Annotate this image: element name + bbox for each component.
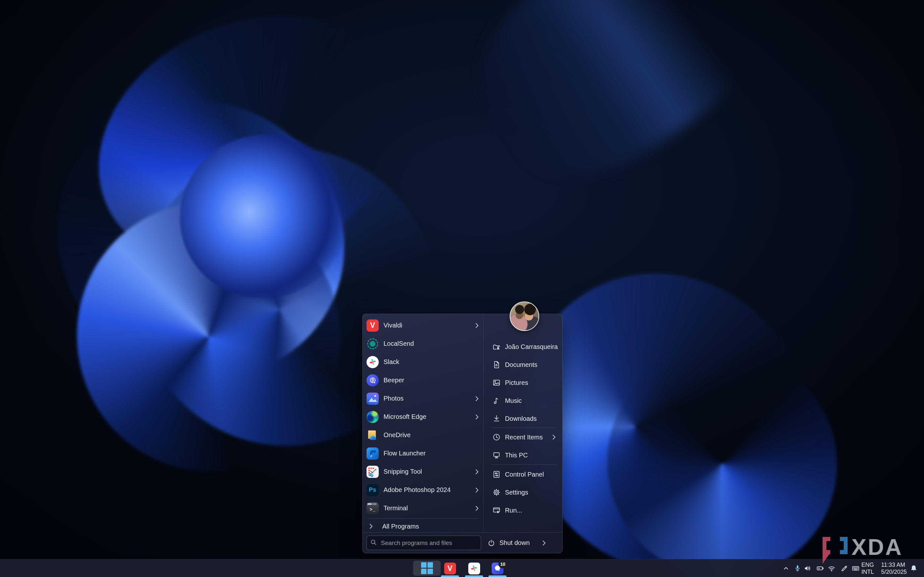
this-pc-item[interactable]: This PC: [484, 446, 562, 464]
control-panel-icon: [492, 470, 501, 479]
music-icon: [492, 396, 501, 405]
start-button[interactable]: [413, 561, 441, 576]
submenu-arrow-icon: [475, 323, 479, 329]
submenu-arrow-icon: [475, 506, 479, 511]
search-box[interactable]: [367, 536, 481, 550]
onedrive-icon: [367, 429, 379, 441]
pictures-item[interactable]: Pictures: [484, 374, 562, 392]
this-pc-icon: [492, 451, 501, 459]
shut-down-button[interactable]: Shut down: [487, 538, 546, 548]
submenu-arrow-icon: [542, 540, 546, 546]
all-programs-button[interactable]: All Programs: [363, 519, 483, 533]
edge-icon: [367, 411, 379, 423]
start-menu: V Vivaldi LocalSend: [362, 314, 563, 553]
localsend-icon: [367, 338, 379, 350]
photos-icon: [367, 393, 379, 405]
taskbar-app-beeper[interactable]: 10: [491, 562, 504, 575]
user-avatar[interactable]: [510, 301, 539, 331]
terminal-icon: >_: [367, 502, 379, 514]
pictures-icon: [492, 378, 501, 387]
submenu-arrow-icon: [552, 434, 556, 440]
start-menu-item-slack[interactable]: Slack: [363, 353, 483, 371]
start-menu-pinned-apps: V Vivaldi LocalSend: [363, 314, 484, 533]
run-icon: [492, 506, 501, 515]
taskbar-app-slack[interactable]: [468, 562, 480, 575]
user-profile-item[interactable]: João Carrasqueira: [484, 338, 562, 356]
submenu-arrow-icon: [475, 396, 479, 401]
notification-badge: 10: [498, 560, 507, 568]
divider: [368, 518, 478, 519]
documents-icon: [492, 360, 501, 369]
xda-logo: XDA: [820, 534, 919, 566]
taskbar: V 10: [0, 559, 924, 577]
search-icon: [370, 538, 378, 547]
start-menu-item-localsend[interactable]: LocalSend: [363, 335, 483, 353]
settings-gear-icon: [492, 488, 501, 497]
flow-launcher-icon: [367, 447, 379, 459]
running-indicator: [441, 575, 459, 577]
settings-item[interactable]: Settings: [484, 484, 562, 501]
xda-watermark: XDA: [820, 534, 919, 566]
start-menu-item-snipping-tool[interactable]: Snipping Tool: [363, 463, 483, 481]
music-item[interactable]: Music: [484, 392, 562, 409]
microphone-icon[interactable]: [793, 564, 802, 573]
hidden-icons-chevron-icon[interactable]: [782, 564, 790, 573]
start-menu-item-microsoft-edge[interactable]: Microsoft Edge: [363, 408, 483, 426]
start-menu-item-terminal[interactable]: >_ Terminal: [363, 499, 483, 517]
downloads-item[interactable]: Downloads: [484, 409, 562, 427]
submenu-arrow-icon: [475, 487, 479, 493]
run-item[interactable]: Run...: [484, 501, 562, 519]
xda-bracket-left-icon: [822, 537, 830, 564]
running-indicator: [465, 575, 483, 577]
start-menu-item-adobe-photoshop[interactable]: Ps Adobe Photoshop 2024: [363, 481, 483, 499]
chevron-right-icon: [369, 524, 373, 529]
start-menu-places: João Carrasqueira Documents Pictu: [484, 314, 562, 533]
start-menu-item-vivaldi[interactable]: V Vivaldi: [363, 316, 483, 335]
recent-items-icon: [492, 433, 501, 442]
start-menu-item-beeper[interactable]: Beeper: [363, 371, 483, 389]
vivaldi-icon: V: [444, 562, 456, 574]
vivaldi-icon: V: [367, 319, 379, 332]
user-folder-icon: [492, 342, 501, 351]
slack-icon: [468, 562, 480, 574]
power-icon: [487, 538, 496, 548]
snipping-tool-icon: [367, 466, 379, 478]
documents-item[interactable]: Documents: [484, 356, 562, 374]
submenu-arrow-icon: [475, 414, 479, 420]
search-input[interactable]: [367, 536, 481, 550]
start-menu-bottom-bar: Shut down: [363, 532, 562, 553]
divider: [491, 427, 557, 428]
start-menu-item-flow-launcher[interactable]: Flow Launcher: [363, 444, 483, 463]
recent-items-item[interactable]: Recent Items: [484, 428, 562, 446]
taskbar-app-vivaldi[interactable]: V: [444, 562, 456, 575]
xda-bracket-right-icon: [840, 537, 848, 554]
start-menu-item-onedrive[interactable]: OneDrive: [363, 426, 483, 444]
speaker-icon[interactable]: [803, 564, 812, 573]
running-indicator: [488, 575, 506, 577]
submenu-arrow-icon: [475, 469, 479, 475]
language-secondary: INTL: [861, 569, 876, 575]
start-menu-item-photos[interactable]: Photos: [363, 389, 483, 408]
windows-logo-icon: [421, 562, 433, 574]
slack-icon: [367, 356, 379, 368]
downloads-icon: [492, 414, 501, 423]
beeper-icon: [367, 374, 379, 387]
divider: [491, 464, 557, 465]
desktop: XDA V Vivaldi LocalSend: [0, 0, 924, 577]
control-panel-item[interactable]: Control Panel: [484, 466, 562, 484]
xda-text: XDA: [851, 535, 903, 560]
photoshop-icon: Ps: [367, 484, 379, 496]
date: 5/20/2025: [881, 569, 909, 575]
